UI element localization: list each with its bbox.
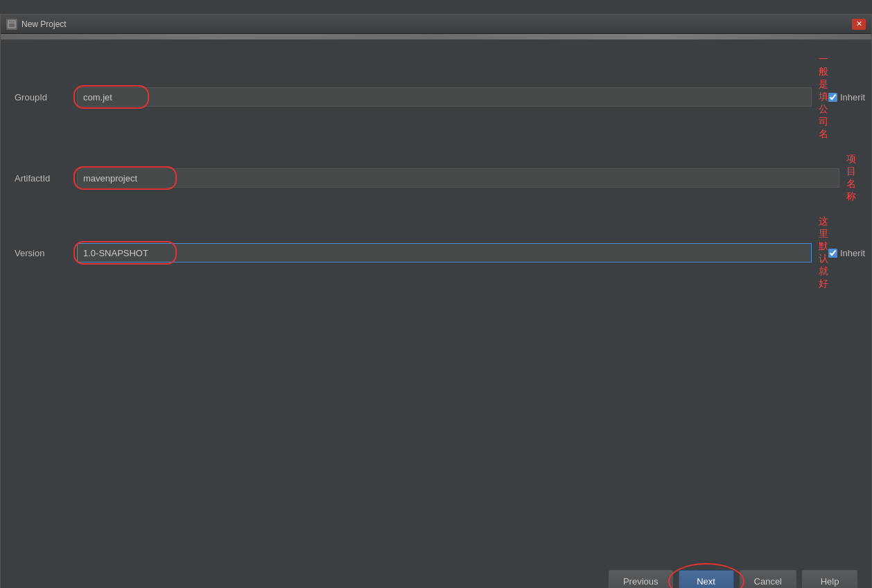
groupid-inherit-checkbox[interactable] [828, 93, 837, 102]
close-button[interactable]: ✕ [852, 19, 866, 30]
version-annotation: 这里默认就好 [819, 215, 828, 290]
groupid-input[interactable] [77, 87, 812, 107]
version-inherit-checkbox[interactable] [828, 249, 837, 258]
bottom-bar: Previous Next Cancel Help [1, 562, 871, 588]
artifactid-input[interactable] [77, 168, 839, 188]
artifactid-input-wrapper [77, 168, 839, 188]
version-inherit-label: Inherit [840, 248, 865, 258]
groupid-input-wrapper [77, 87, 812, 107]
version-input-wrapper [77, 243, 812, 262]
version-label: Version [15, 248, 77, 258]
version-row: Version 这里默认就好 Inherit [15, 215, 857, 290]
artifactid-row: ArtifactId 项目名称 [15, 153, 857, 203]
window-title: New Project [21, 19, 852, 29]
svg-rect-0 [8, 21, 15, 28]
groupid-inherit-label: Inherit [840, 92, 865, 103]
main-content: GroupId 一般是填公司名 Inherit ArtifactId 项目名称 … [1, 39, 871, 562]
next-button[interactable]: Next [679, 570, 734, 588]
version-input[interactable] [77, 243, 812, 262]
groupid-row: GroupId 一般是填公司名 Inherit [15, 53, 857, 141]
window-icon [6, 19, 17, 30]
version-inherit[interactable]: Inherit [828, 248, 865, 258]
groupid-label: GroupId [15, 92, 77, 103]
groupid-inherit[interactable]: Inherit [828, 92, 865, 103]
new-project-window: New Project ✕ GroupId 一般是填公司名 Inherit Ar… [0, 14, 872, 588]
title-bar: New Project ✕ [1, 15, 871, 34]
artifactid-label: ArtifactId [15, 173, 77, 184]
groupid-annotation: 一般是填公司名 [819, 53, 828, 141]
next-oval-wrapper: Next [679, 570, 734, 588]
artifactid-annotation: 项目名称 [846, 153, 857, 203]
help-button[interactable]: Help [802, 570, 857, 588]
previous-button[interactable]: Previous [609, 570, 673, 588]
top-decoration [1, 34, 871, 39]
cancel-button[interactable]: Cancel [740, 570, 796, 588]
